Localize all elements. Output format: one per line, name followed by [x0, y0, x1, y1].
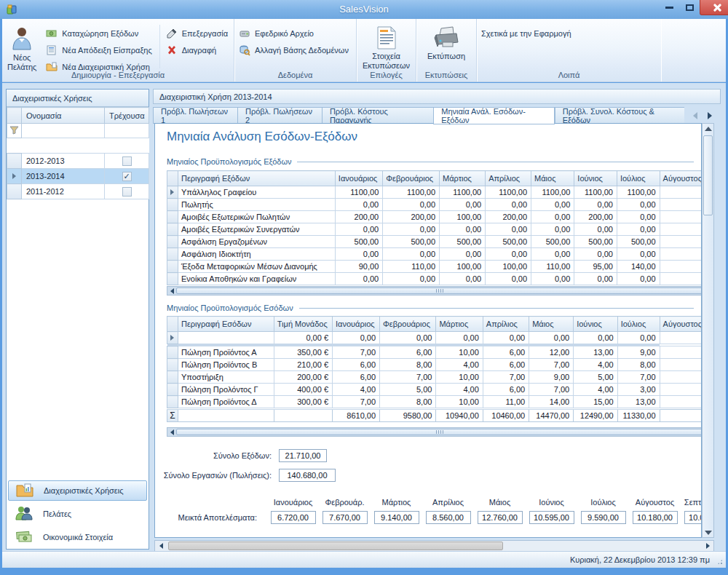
vscroll-thumb[interactable]	[703, 135, 713, 215]
expense-value-cell[interactable]: 1100,00	[440, 186, 486, 199]
expense-value-cell[interactable]: 100,00	[440, 211, 486, 223]
income-value-cell[interactable]	[660, 346, 702, 359]
expense-desc-cell[interactable]: Αμοιβές Εξωτερικών Συνεργατών	[178, 223, 335, 236]
expense-row[interactable]: Έξοδα Μεταφορικών Μέσων Διανομής90,00110…	[167, 261, 703, 273]
expense-value-cell[interactable]: 0,00	[617, 273, 660, 285]
expense-value-cell[interactable]: 500,00	[383, 236, 440, 248]
expense-value-cell[interactable]	[660, 199, 702, 211]
expense-value-cell[interactable]: 1100,00	[574, 186, 617, 199]
column-header[interactable]: Αύγουστος	[660, 171, 702, 186]
expense-value-cell[interactable]: 0,00	[531, 199, 574, 211]
income-value-cell[interactable]: 0,00	[529, 332, 574, 344]
expense-row[interactable]: Πωλητής0,000,000,000,000,000,000,00	[167, 199, 703, 211]
income-grid-hscrollbar[interactable]	[167, 427, 702, 437]
row-header[interactable]	[167, 359, 178, 371]
income-value-cell[interactable]: 5,00	[380, 384, 436, 396]
fiscal-year-row[interactable]: 2011-2012	[7, 184, 149, 199]
expense-value-cell[interactable]	[660, 273, 702, 285]
expense-value-cell[interactable]: 1100,00	[531, 186, 574, 199]
column-header[interactable]: Μάρτιος	[440, 171, 486, 186]
checkbox[interactable]	[122, 156, 132, 166]
fiscal-year-current-cell[interactable]	[105, 184, 149, 199]
row-header[interactable]	[7, 169, 22, 184]
income-value-cell[interactable]	[660, 384, 702, 396]
new-receipt-button[interactable]: Νέα Απόδειξη Είσπραξης	[41, 41, 157, 58]
row-header[interactable]	[167, 346, 178, 359]
expense-desc-cell[interactable]: Ασφάλιση Εργαζομένων	[178, 236, 335, 248]
column-header[interactable]: Μάιος	[529, 317, 574, 332]
income-value-cell[interactable]: 12,00	[529, 346, 574, 359]
expense-value-cell[interactable]: 0,00	[383, 248, 440, 261]
column-header[interactable]: Ιούλιος	[617, 171, 660, 186]
column-header[interactable]: Φεβρουάριος	[380, 317, 436, 332]
column-header[interactable]: Περιγραφή Εξόδων	[178, 171, 335, 186]
income-value-cell[interactable]	[660, 371, 702, 384]
expense-value-cell[interactable]: 0,00	[486, 223, 531, 236]
column-header-name[interactable]: Ονομασία	[22, 108, 105, 124]
row-header[interactable]	[167, 396, 178, 408]
income-value-cell[interactable]: 6,00	[483, 346, 529, 359]
income-value-cell[interactable]: 13,00	[617, 396, 660, 408]
expense-value-cell[interactable]: 0,00	[574, 223, 617, 236]
hscroll-thumb[interactable]	[176, 429, 702, 435]
income-desc-cell[interactable]: Πώληση Προλόντος Γ	[178, 384, 274, 396]
tab-3[interactable]: Μηνιαία Ανάλ. Εσόδων-Εξόδων	[433, 107, 554, 124]
minimize-button[interactable]	[659, 0, 679, 15]
expense-value-cell[interactable]: 140,00	[617, 261, 660, 273]
expense-value-cell[interactable]: 1100,00	[383, 186, 440, 199]
close-button[interactable]	[700, 0, 728, 15]
gross-value-field[interactable]: 10.180,00	[633, 511, 678, 524]
gross-value-field[interactable]: 9.140,00	[374, 511, 419, 524]
fiscal-year-current-cell[interactable]	[105, 154, 149, 169]
row-header[interactable]	[167, 199, 178, 211]
gross-value-field[interactable]: 12.760,00	[478, 511, 523, 524]
income-value-cell[interactable]: 7,00	[333, 346, 380, 359]
expense-value-cell[interactable]: 0,00	[574, 273, 617, 285]
column-header[interactable]: Ιούνιος	[574, 317, 617, 332]
gross-value-field[interactable]: 8.560,00	[426, 511, 471, 524]
scroll-up-icon[interactable]	[704, 124, 712, 132]
column-header[interactable]: Απρίλιος	[483, 317, 529, 332]
expense-value-cell[interactable]: 100,00	[486, 261, 531, 273]
fiscal-year-name[interactable]: 2011-2012	[22, 184, 105, 199]
income-value-cell[interactable]: 10,00	[436, 371, 483, 384]
expense-value-cell[interactable]: 90,00	[335, 261, 382, 273]
income-value-cell[interactable]: 6,00	[333, 359, 380, 371]
income-value-cell[interactable]: 7,00	[617, 371, 660, 384]
expense-value-cell[interactable]: 95,00	[574, 261, 617, 273]
income-unit-cell[interactable]: 300,00 €	[274, 396, 332, 408]
expense-value-cell[interactable]: 0,00	[617, 199, 660, 211]
income-value-cell[interactable]: 4,00	[574, 359, 617, 371]
income-value-cell[interactable]: 6,00	[483, 384, 529, 396]
change-database-button[interactable]: Αλλαγή Βάσης Δεδομένων	[234, 41, 356, 58]
income-value-cell[interactable]: 8,00	[617, 359, 660, 371]
expense-value-cell[interactable]: 1100,00	[617, 186, 660, 199]
tab-0[interactable]: Πρόβλ. Πωλήσεων 1	[153, 107, 237, 124]
expense-value-cell[interactable]: 0,00	[531, 223, 574, 236]
income-value-cell[interactable]: 5,00	[574, 371, 617, 384]
filter-current-cell[interactable]	[105, 124, 149, 138]
expense-row[interactable]: Υπάλληλος Γραφείου1100,001100,001100,001…	[167, 186, 703, 199]
expense-value-cell[interactable]: 500,00	[574, 236, 617, 248]
column-header[interactable]: Ιανουάριος	[333, 317, 380, 332]
income-unit-cell[interactable]: 350,00 €	[274, 346, 332, 359]
expense-row[interactable]: Αμοιβές Εξωτερικών Συνεργατών0,000,000,0…	[167, 223, 703, 236]
income-unit-cell[interactable]: 200,00 €	[274, 371, 332, 384]
expense-value-cell[interactable]	[660, 211, 702, 223]
expense-value-cell[interactable]: 200,00	[486, 211, 531, 223]
income-value-cell[interactable]: 7,00	[529, 384, 574, 396]
expense-value-cell[interactable]: 0,00	[335, 273, 382, 285]
expense-value-cell[interactable]: 200,00	[383, 211, 440, 223]
income-value-cell[interactable]	[660, 396, 702, 408]
sidebar-nav-money[interactable]: Οικονομικά Στοιχεία	[8, 527, 147, 547]
expense-value-cell[interactable]	[660, 223, 702, 236]
income-value-cell[interactable]: 8,00	[380, 396, 436, 408]
tab-scroll-left-icon[interactable]	[693, 112, 697, 119]
expense-value-cell[interactable]: 0,00	[617, 223, 660, 236]
print-button[interactable]: Εκτύπωση	[424, 21, 469, 75]
register-expenses-button[interactable]: Καταχώρηση Εξόδων	[41, 25, 157, 41]
gross-value-field[interactable]: 10.040,00	[684, 511, 703, 524]
sidebar-nav-folder[interactable]: Διαχειριστικές Χρήσεις	[8, 480, 147, 501]
delete-button[interactable]: Διαγραφή	[162, 41, 234, 58]
income-value-cell[interactable]: 7,00	[529, 359, 574, 371]
